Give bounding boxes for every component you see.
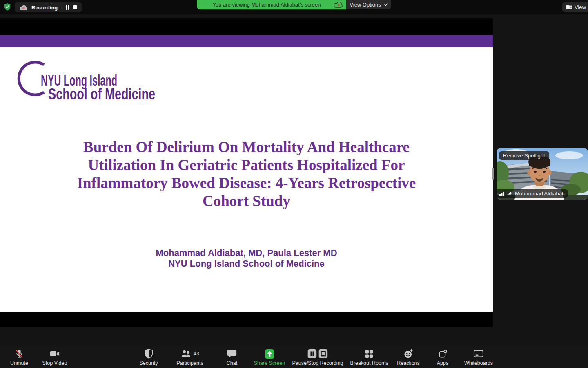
chat-bubble-icon	[227, 348, 237, 359]
slide-title-line: Inflammatory Bowed Disease: 4-Years Retr…	[0, 174, 493, 192]
reactions-button[interactable]: Reactions	[397, 348, 420, 366]
nyu-logo: NYU Long Island School of Medicine	[17, 60, 160, 104]
recording-indicator: Recording...	[15, 2, 82, 12]
slide-title-line: Utilization In Geriatric Patients Hospit…	[0, 156, 493, 174]
viewing-banner-message: You are viewing Mohammad Aldiabat's scre…	[197, 0, 346, 9]
apps-button[interactable]: Apps	[437, 348, 449, 366]
whiteboard-icon	[464, 348, 493, 359]
stop-recording-toolbar-icon[interactable]	[319, 349, 328, 358]
viewing-banner-text: You are viewing Mohammad Aldiabat's scre…	[212, 2, 321, 8]
authors-line: Mohammad Aldiabat, MD, Paula Lester MD	[0, 248, 493, 258]
slide-title-line: Cohort Study	[0, 192, 493, 210]
security-button[interactable]: Security	[139, 348, 158, 366]
stop-recording-icon[interactable]	[73, 5, 77, 9]
tile-drag-handle[interactable]	[492, 168, 494, 180]
participants-button[interactable]: 43 Participants	[176, 348, 203, 366]
slide-purple-band	[0, 35, 493, 47]
share-screen-icon	[254, 348, 285, 359]
stop-video-button[interactable]: Stop Video	[42, 348, 67, 366]
slide-authors: Mohammad Aldiabat, MD, Paula Lester MD N…	[0, 248, 493, 269]
view-options-button[interactable]: View Options	[346, 0, 391, 9]
shared-screen-area: NYU Long Island School of Medicine Burde…	[0, 18, 493, 327]
unmute-button[interactable]: Unmute	[10, 348, 28, 366]
viewing-banner: You are viewing Mohammad Aldiabat's scre…	[197, 0, 391, 9]
participant-video-tile[interactable]: Remove Spotlight Mohammad Aldiabat	[497, 148, 588, 200]
participants-icon	[180, 349, 192, 358]
remove-spotlight-button[interactable]: Remove Spotlight	[499, 151, 549, 160]
apps-icon	[437, 348, 449, 359]
chat-button[interactable]: Chat	[227, 348, 237, 366]
share-screen-button[interactable]: Share Screen	[254, 348, 285, 366]
slide-title-line: Burden Of Delirium On Mortality And Heal…	[0, 138, 493, 156]
zoom-meeting-window: Recording... You are viewing Mohammad Al…	[0, 0, 588, 368]
participants-count: 43	[194, 351, 199, 357]
view-layout-icon	[566, 4, 572, 10]
breakout-rooms-button[interactable]: Breakout Rooms	[350, 348, 388, 366]
presentation-slide: NYU Long Island School of Medicine Burde…	[0, 47, 493, 312]
slide-title: Burden Of Delirium On Mortality And Heal…	[0, 138, 493, 210]
pin-icon	[507, 191, 512, 196]
meeting-toolbar: Unmute Stop Video Securi	[0, 346, 588, 368]
signal-strength-icon	[499, 191, 505, 196]
cloud-status-icon	[334, 1, 343, 10]
logo-line2: School of Medicine	[48, 85, 155, 103]
whiteboards-button[interactable]: Whiteboards	[464, 348, 493, 366]
pause-recording-icon[interactable]	[66, 5, 69, 10]
reactions-smiley-icon	[397, 348, 420, 359]
pause-recording-toolbar-icon[interactable]	[308, 349, 317, 358]
breakout-rooms-icon	[350, 348, 388, 359]
view-button[interactable]: View	[562, 2, 588, 12]
pause-stop-recording-button[interactable]: Pause/Stop Recording	[292, 348, 343, 366]
chevron-down-icon	[383, 3, 388, 6]
participant-name-tag: Mohammad Aldiabat	[497, 189, 568, 198]
meeting-security-shield-icon[interactable]	[3, 3, 11, 11]
participant-name: Mohammad Aldiabat	[515, 191, 564, 197]
affiliation-line: NYU Long Island School of Medicine	[0, 258, 493, 269]
recording-label: Recording...	[31, 4, 62, 11]
video-camera-icon	[42, 348, 67, 359]
cloud-recording-icon	[19, 4, 28, 11]
microphone-muted-icon	[10, 348, 28, 359]
security-shield-icon	[139, 348, 158, 359]
top-bar: Recording... You are viewing Mohammad Al…	[0, 0, 588, 14]
